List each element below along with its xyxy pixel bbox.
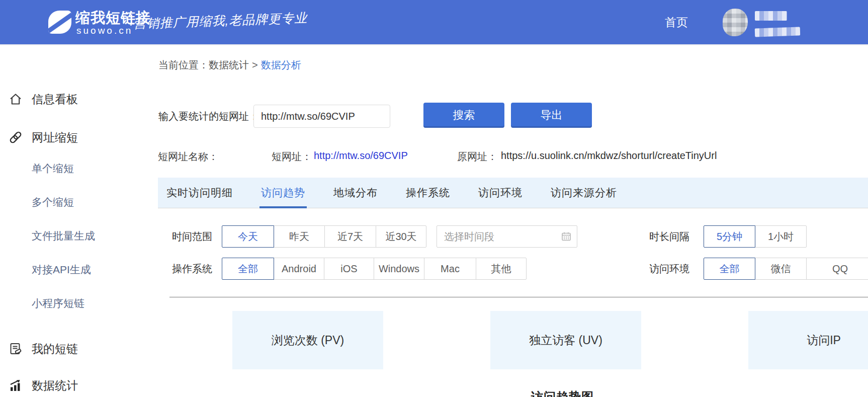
home-icon xyxy=(9,92,23,106)
sidebar-item-miniprogram-link[interactable]: 小程序短链 xyxy=(0,295,151,311)
breadcrumb: 当前位置：数据统计>数据分析 xyxy=(158,58,301,72)
os-other[interactable]: 其他 xyxy=(476,258,527,280)
stat-card-uv[interactable]: 独立访客 (UV) xyxy=(490,311,641,369)
os-filter-label: 操作系统 xyxy=(172,258,212,280)
os-ios[interactable]: iOS xyxy=(324,258,374,280)
interval-label: 时长间隔 xyxy=(649,225,689,248)
sidebar-item-label: 多个缩短 xyxy=(32,195,74,209)
interval-5min[interactable]: 5分钟 xyxy=(704,225,755,248)
tab-realtime-detail[interactable]: 实时访问明细 xyxy=(166,178,233,208)
tab-visit-environment[interactable]: 访问环境 xyxy=(478,178,523,208)
short-url-label: 短网址： xyxy=(272,150,312,164)
os-windows[interactable]: Windows xyxy=(374,258,424,280)
brand-tagline: ·营销推广用缩我,老品牌更专业 xyxy=(129,10,308,32)
os-mac[interactable]: Mac xyxy=(424,258,476,280)
nav-home-link[interactable]: 首页 xyxy=(665,0,688,44)
sidebar-item-multi-shorten[interactable]: 多个缩短 xyxy=(0,194,151,210)
sidebar-item-label: 文件批量生成 xyxy=(32,229,95,243)
env-filter-label: 访问环境 xyxy=(649,258,689,280)
date-range-input[interactable] xyxy=(437,225,577,248)
sidebar-item-single-shorten[interactable]: 单个缩短 xyxy=(0,161,151,177)
tab-operating-system[interactable]: 操作系统 xyxy=(406,178,450,208)
short-url-link[interactable]: http://mtw.so/69CVIP xyxy=(314,150,408,162)
link-icon xyxy=(9,130,23,144)
sidebar-item-api-generate[interactable]: 对接API生成 xyxy=(0,262,151,278)
original-url-label: 原网址： xyxy=(457,150,497,164)
breadcrumb-parent: 数据统计 xyxy=(209,59,249,70)
bar-chart-icon xyxy=(9,378,23,392)
sidebar-item-label: 我的短链 xyxy=(32,341,78,357)
os-android[interactable]: Android xyxy=(274,258,324,280)
os-filter-group: 全部 Android iOS Windows Mac 其他 xyxy=(222,258,527,280)
calendar-icon[interactable] xyxy=(561,231,571,242)
document-edit-icon xyxy=(9,342,23,356)
sidebar-item-label: 信息看板 xyxy=(32,92,78,107)
interval-1hour[interactable]: 1小时 xyxy=(755,225,807,248)
brand-logo-icon[interactable] xyxy=(48,11,71,34)
tab-region-distribution[interactable]: 地域分布 xyxy=(333,178,378,208)
os-all[interactable]: 全部 xyxy=(222,258,274,280)
chart-section-title: 访问趋势图 xyxy=(531,389,594,397)
sidebar-nav: 信息看板 网址缩短 单个缩短 多个缩短 文件批量生成 对接API生成 xyxy=(0,45,151,397)
time-range-today[interactable]: 今天 xyxy=(222,225,274,248)
time-range-7days[interactable]: 近7天 xyxy=(324,225,376,248)
env-wechat[interactable]: 微信 xyxy=(755,258,807,280)
sidebar-item-file-batch[interactable]: 文件批量生成 xyxy=(0,228,151,244)
user-avatar[interactable] xyxy=(723,9,748,36)
time-range-group: 今天 昨天 近7天 近30天 xyxy=(222,225,426,248)
section-divider xyxy=(169,297,868,297)
sidebar-item-label: 网址缩短 xyxy=(32,130,78,145)
env-all[interactable]: 全部 xyxy=(704,258,755,280)
breadcrumb-current[interactable]: 数据分析 xyxy=(261,59,301,70)
tab-visit-source[interactable]: 访问来源分析 xyxy=(551,178,617,208)
env-qq[interactable]: QQ xyxy=(806,258,868,280)
sidebar-item-url-shorten[interactable]: 网址缩短 xyxy=(0,129,151,145)
username-blur xyxy=(755,11,787,21)
page: 缩我短链接 suowo.cn ·营销推广用缩我,老品牌更专业 首页 当前位置：数… xyxy=(0,0,868,397)
sidebar-item-label: 对接API生成 xyxy=(32,263,91,277)
env-filter-group: 全部 微信 QQ xyxy=(704,258,868,280)
sidebar-item-my-links[interactable]: 我的短链 xyxy=(0,341,151,357)
export-button[interactable]: 导出 xyxy=(511,103,592,128)
time-range-yesterday[interactable]: 昨天 xyxy=(274,225,325,248)
sidebar-item-label: 单个缩短 xyxy=(32,162,74,176)
sidebar-item-label: 小程序短链 xyxy=(32,296,84,310)
breadcrumb-separator: > xyxy=(252,59,258,70)
user-subtext-blur xyxy=(755,27,801,37)
date-range-picker xyxy=(437,225,577,248)
tab-visit-trend[interactable]: 访问趋势 xyxy=(261,178,305,208)
stat-card-pv[interactable]: 浏览次数 (PV) xyxy=(232,311,383,369)
search-field-label: 输入要统计的短网址： xyxy=(158,104,259,129)
analytics-tabbar: 实时访问明细 访问趋势 地域分布 操作系统 访问环境 访问来源分析 xyxy=(158,178,868,208)
time-range-label: 时间范围 xyxy=(172,225,212,248)
brand-domain: suowo.cn xyxy=(76,25,133,36)
time-range-30days[interactable]: 近30天 xyxy=(376,225,426,248)
search-button[interactable]: 搜索 xyxy=(423,103,504,128)
original-url-value: https://u.suolink.cn/mkdwz/shorturl/crea… xyxy=(501,150,717,162)
link-name-label: 短网址名称： xyxy=(158,150,218,164)
top-header: 缩我短链接 suowo.cn ·营销推广用缩我,老品牌更专业 首页 xyxy=(0,0,868,44)
interval-group: 5分钟 1小时 xyxy=(704,225,807,248)
breadcrumb-prefix: 当前位置： xyxy=(158,59,209,70)
sidebar-item-label: 数据统计 xyxy=(32,378,78,393)
stat-card-ip[interactable]: 访问IP xyxy=(748,311,868,369)
sidebar-item-dashboard[interactable]: 信息看板 xyxy=(0,91,151,107)
short-url-input[interactable] xyxy=(253,105,390,128)
user-menu[interactable] xyxy=(719,0,810,44)
sidebar-item-statistics[interactable]: 数据统计 xyxy=(0,377,151,393)
